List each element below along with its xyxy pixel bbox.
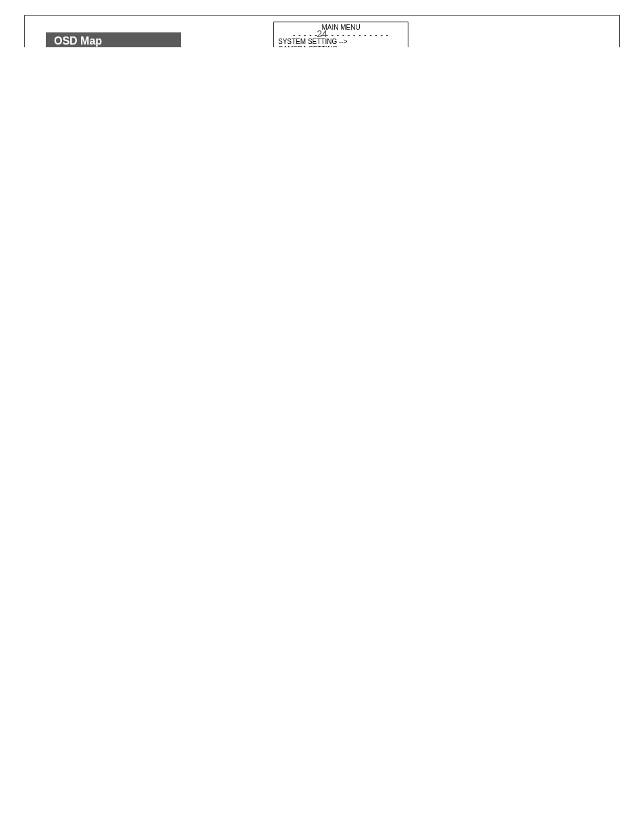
- page-number: 24: [0, 28, 644, 39]
- menu-item: CAMERA SETTING -->: [278, 46, 404, 48]
- menu-item: SYSTEM SETTING -->: [278, 38, 404, 46]
